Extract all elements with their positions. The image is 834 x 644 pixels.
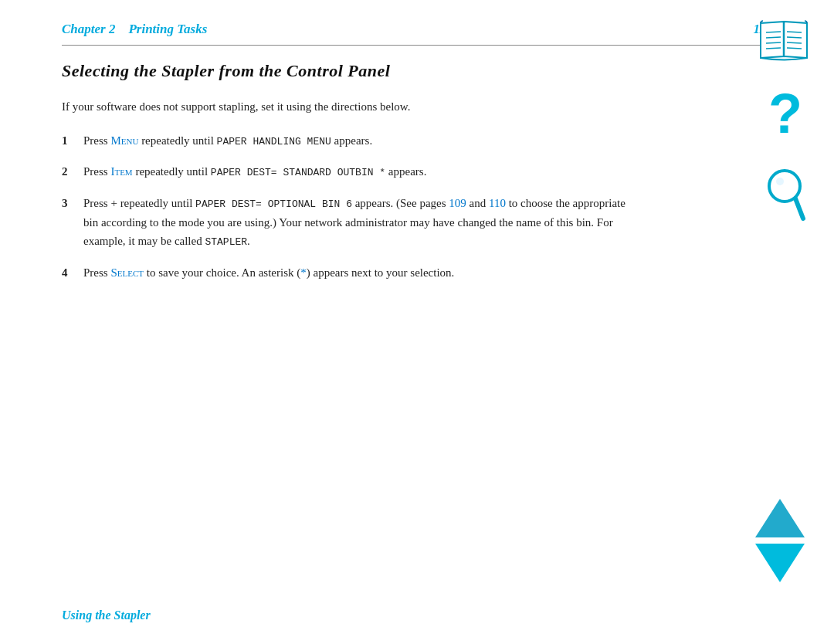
svg-point-11	[776, 178, 784, 185]
sidebar-icons: ?	[757, 15, 811, 222]
magnifier-icon[interactable]	[763, 166, 805, 222]
step2-mono: PAPER DEST= STANDARD OUTBIN *	[211, 167, 385, 178]
svg-line-12	[795, 198, 803, 219]
menu-keyword: Menu	[110, 134, 138, 147]
step-2: 2 Press Item repeatedly until PAPER DEST…	[62, 162, 633, 181]
page-title: Selecting the Stapler from the Control P…	[62, 61, 633, 81]
chapter-label: Chapter 2	[62, 22, 115, 36]
page-footer: Using the Stapler	[62, 608, 151, 622]
link-asterisk[interactable]: *	[300, 266, 307, 279]
step-1-text: Press Menu repeatedly until PAPER HANDLI…	[83, 131, 633, 151]
arrow-up-button[interactable]	[755, 499, 805, 537]
question-icon[interactable]: ?	[764, 89, 803, 143]
svg-line-1	[766, 32, 781, 32]
svg-line-7	[787, 42, 802, 43]
step-2-text: Press Item repeatedly until PAPER DEST= …	[83, 162, 633, 181]
select-keyword: Select	[110, 266, 144, 279]
svg-line-5	[787, 32, 802, 32]
page-header: Chapter 2 Printing Tasks 116	[0, 0, 834, 45]
nav-arrows	[755, 499, 805, 582]
svg-line-8	[787, 48, 802, 49]
step1-mono: PAPER HANDLING MENU	[217, 136, 331, 147]
chapter-title: Printing Tasks	[128, 22, 207, 36]
step3-mono: PAPER DEST= OPTIONAL BIN 6	[195, 198, 352, 210]
chapter-header: Chapter 2 Printing Tasks	[62, 22, 207, 37]
svg-line-2	[766, 37, 781, 38]
step-2-number: 2	[62, 162, 83, 181]
link-109[interactable]: 109	[449, 197, 466, 209]
step3-stapler: STAPLER	[205, 236, 247, 248]
arrow-down-button[interactable]	[755, 544, 805, 582]
svg-line-6	[787, 37, 802, 38]
svg-text:?: ?	[768, 85, 802, 144]
main-content: Selecting the Stapler from the Control P…	[0, 46, 695, 310]
step-4-text: Press Select to save your choice. An ast…	[83, 263, 633, 282]
item-keyword: Item	[110, 165, 132, 178]
footer-label: Using the Stapler	[62, 608, 151, 622]
svg-line-4	[766, 48, 781, 49]
link-110[interactable]: 110	[489, 197, 506, 209]
step-4-number: 4	[62, 263, 83, 282]
step-1-number: 1	[62, 131, 83, 151]
step-3-text: Press + repeatedly until PAPER DEST= OPT…	[83, 194, 633, 251]
steps-list: 1 Press Menu repeatedly until PAPER HAND…	[62, 131, 633, 282]
step-4: 4 Press Select to save your choice. An a…	[62, 263, 633, 282]
step-3: 3 Press + repeatedly until PAPER DEST= O…	[62, 194, 633, 251]
intro-paragraph: If your software does not support stapli…	[62, 98, 633, 116]
page-container: Chapter 2 Printing Tasks 116 Selecting t…	[0, 0, 834, 644]
svg-line-3	[766, 42, 781, 43]
book-icon[interactable]	[757, 15, 811, 66]
step-3-number: 3	[62, 194, 83, 251]
step-1: 1 Press Menu repeatedly until PAPER HAND…	[62, 131, 633, 151]
